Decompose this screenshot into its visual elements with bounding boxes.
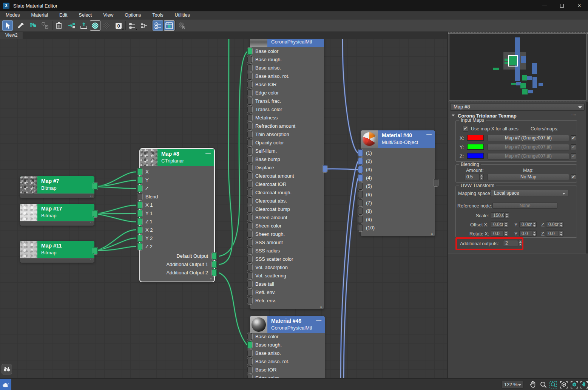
minimap-node[interactable] — [515, 80, 520, 81]
unconnected-input-socket[interactable] — [247, 231, 252, 238]
minimap-node[interactable] — [520, 83, 526, 88]
zoom-level-combo[interactable]: 122 % — [502, 381, 523, 388]
minimize-button[interactable]: — — [536, 0, 553, 11]
node-material46-coronaphysical[interactable]: Material #46CoronaPhysicalMtl—Base color… — [250, 316, 325, 378]
unconnected-input-socket[interactable] — [247, 264, 252, 271]
select-tool-button[interactable] — [2, 20, 13, 31]
input-slot[interactable]: Clearcoat IOR — [250, 180, 324, 189]
input-slot[interactable]: Refraction amount — [250, 122, 324, 130]
unconnected-input-socket[interactable] — [247, 147, 252, 155]
unconnected-input-socket[interactable] — [247, 206, 252, 213]
zoom-extents-button[interactable] — [559, 380, 569, 390]
wire-b-12[interactable] — [326, 169, 358, 170]
wire-g-11[interactable] — [219, 273, 247, 345]
menu-select[interactable]: Select — [73, 12, 98, 18]
unconnected-input-socket[interactable] — [137, 193, 142, 200]
mapping-space-dropdown[interactable]: Local space — [491, 190, 568, 197]
unconnected-input-socket[interactable] — [247, 350, 252, 357]
wire-b-12[interactable] — [326, 169, 358, 170]
node-header[interactable]: Map #7Bitmap — [20, 176, 94, 193]
unconnected-input-socket[interactable] — [247, 272, 252, 279]
input-slot[interactable]: Thin absorption — [250, 130, 324, 139]
output-slot[interactable]: Additional Output 2 — [140, 269, 214, 277]
input-slot[interactable]: Clearcoat bump — [250, 205, 324, 214]
menu-edit[interactable]: Edit — [54, 12, 73, 18]
unconnected-input-socket[interactable] — [247, 106, 252, 113]
unconnected-input-socket[interactable] — [247, 214, 252, 221]
unconnected-input-socket[interactable] — [247, 164, 252, 171]
node-selector-dropdown[interactable]: Map #8 — [450, 103, 585, 111]
zoom-region-button[interactable] — [548, 380, 558, 390]
resize-grip-icon[interactable]: ∷ — [210, 278, 213, 281]
offset-z-field[interactable]: 0.0cm — [546, 221, 559, 228]
blend-amount-spinner[interactable] — [479, 174, 484, 180]
offset-x-field[interactable]: 0.0cm — [491, 221, 504, 228]
unconnected-input-socket[interactable] — [247, 64, 252, 71]
wire-g-3[interactable] — [96, 205, 136, 214]
menu-utilities[interactable]: Utilities — [169, 12, 195, 18]
connected-input-socket[interactable] — [358, 149, 363, 156]
input-slot[interactable]: Edge color — [250, 89, 324, 97]
show-background-button[interactable] — [101, 20, 112, 31]
unconnected-input-socket[interactable] — [247, 56, 252, 63]
collapse-button[interactable]: — — [316, 317, 321, 323]
input-slot[interactable]: X 1 — [140, 201, 214, 209]
wire-b-14[interactable] — [341, 161, 358, 378]
connected-input-socket[interactable] — [137, 168, 142, 175]
wire-g-0[interactable] — [96, 172, 136, 187]
input-slot[interactable]: Opacity color — [250, 139, 324, 147]
unconnected-input-socket[interactable] — [358, 224, 363, 231]
connected-input-socket[interactable] — [137, 226, 142, 234]
unconnected-input-socket[interactable] — [247, 280, 252, 288]
node-output-socket[interactable] — [323, 165, 327, 172]
menu-options[interactable]: Options — [119, 12, 147, 18]
node-header[interactable]: CoronaPhysicalMtl— — [250, 39, 324, 47]
unconnected-input-socket[interactable] — [247, 189, 252, 196]
node-map11-bitmap[interactable]: Map #11Bitmap∷ — [20, 241, 94, 263]
input-slot[interactable]: Sheen rough. — [250, 230, 324, 238]
menu-view[interactable]: View — [97, 12, 119, 18]
reference-node-button[interactable]: None — [492, 203, 557, 209]
navigator-minimap[interactable] — [449, 33, 586, 101]
input-slot[interactable]: (10) — [361, 224, 435, 232]
connected-input-socket[interactable] — [137, 210, 142, 217]
unconnected-input-socket[interactable] — [247, 89, 252, 96]
unconnected-input-socket[interactable] — [358, 191, 363, 198]
unconnected-input-socket[interactable] — [247, 156, 252, 163]
offset-x-spinner[interactable] — [504, 221, 508, 228]
input-slot[interactable]: Transl. color — [250, 105, 324, 114]
unconnected-input-socket[interactable] — [247, 333, 252, 340]
input-slot[interactable]: Vol. scattering — [250, 272, 324, 280]
resize-grip-icon[interactable]: ∷ — [320, 305, 323, 309]
rotate-y-field[interactable]: 0.0 — [519, 231, 532, 237]
close-button[interactable]: ✕ — [571, 0, 588, 11]
input-slot[interactable]: (9) — [361, 215, 435, 224]
minimap-node[interactable] — [532, 63, 537, 74]
z-map-enable-checkbox[interactable]: ✔ — [571, 153, 576, 159]
unconnected-input-socket[interactable] — [247, 289, 252, 296]
unconnected-input-socket[interactable] — [247, 297, 252, 304]
minimap-node[interactable] — [532, 77, 537, 88]
input-slot[interactable]: Self-illum. — [250, 147, 324, 155]
wire-g-9[interactable] — [219, 51, 247, 256]
offset-y-spinner[interactable] — [532, 221, 537, 228]
minimap-node[interactable] — [521, 56, 526, 63]
node-header[interactable]: Map #11Bitmap — [20, 241, 94, 258]
input-slot[interactable]: (5) — [361, 182, 435, 190]
wire-g-6[interactable] — [96, 230, 136, 251]
put-to-library-button[interactable] — [79, 20, 89, 31]
input-slot[interactable]: SSS amount — [250, 238, 324, 247]
minimap-node[interactable] — [493, 68, 499, 70]
wire-g-2[interactable] — [96, 187, 136, 189]
input-slot[interactable]: Z 2 — [140, 243, 214, 251]
resize-grip-icon[interactable]: ∷ — [90, 259, 93, 262]
connected-input-socket[interactable] — [247, 48, 252, 55]
offset-z-spinner[interactable] — [559, 221, 563, 228]
input-slot[interactable]: Base IOR — [250, 80, 324, 89]
z-map-button[interactable]: Map #7 (Grunge007.tif) — [488, 153, 569, 159]
blend-map-enable-checkbox[interactable]: ✔ — [571, 174, 576, 180]
minimap-selected-node[interactable] — [509, 56, 517, 65]
node-map8-ctriplanar[interactable]: Map #8CTriplanar—XYZBlendX 1Y 1Z 1X 2Y 2… — [140, 149, 214, 282]
wire-b-15[interactable] — [344, 178, 358, 378]
minimap-node[interactable] — [522, 89, 528, 94]
